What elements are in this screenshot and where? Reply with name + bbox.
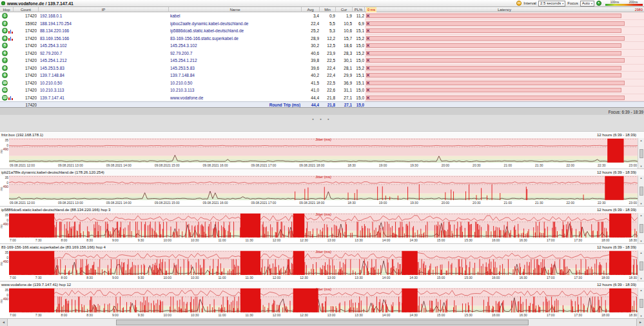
table-row[interactable]: 917420139.7.148.84139.7.148.8440,222,429… bbox=[0, 72, 644, 79]
cell-avg: 44,4 bbox=[302, 94, 319, 102]
x-tick-label: 09.08.2021 12:00 bbox=[10, 200, 35, 206]
latency-cell[interactable]: ✕ bbox=[365, 50, 644, 57]
scroll-up-icon[interactable]: ▲ bbox=[640, 176, 643, 179]
scroll-down-icon[interactable]: ▼ bbox=[640, 277, 643, 280]
x-tick-label: 21:30 bbox=[535, 200, 543, 206]
table-row[interactable]: 817420145.253.5.83145.253.5.8339,622,428… bbox=[0, 65, 644, 72]
graph-scrollbar[interactable]: ▲▼ bbox=[638, 176, 644, 206]
col-latency[interactable]: Latency bbox=[365, 7, 644, 12]
col-avg[interactable]: Avg bbox=[302, 7, 320, 12]
scroll-up-icon[interactable]: ▲ bbox=[640, 214, 643, 217]
focus-select[interactable]: Auto ▾ bbox=[580, 1, 594, 6]
pane-splitter[interactable]: ● ● ● bbox=[0, 115, 644, 131]
col-name[interactable]: Name bbox=[169, 7, 302, 12]
x-tick-label: 11:00 bbox=[218, 238, 226, 243]
latency-cell[interactable]: ✕ bbox=[365, 42, 644, 50]
horizontal-scrollbar[interactable]: ◄ ► bbox=[0, 318, 644, 326]
cell-ip: 192.168.0.1 bbox=[40, 12, 168, 20]
cell-avg: 25,2 bbox=[302, 27, 319, 35]
latency-avg-marker: ✕ bbox=[366, 35, 370, 43]
graph-plot[interactable]: Jitter (ms) bbox=[9, 213, 638, 238]
graph-y-axis: 350490ms bbox=[0, 138, 9, 168]
latency-cell[interactable]: ✕ bbox=[365, 35, 644, 43]
cell-pl: 6,9 bbox=[353, 20, 364, 28]
time-graphs: fritz.box (192.168.178.1)12 hours (6:39 … bbox=[0, 131, 644, 318]
graph-open-icon bbox=[8, 96, 14, 100]
scroll-right-icon[interactable]: ► bbox=[636, 319, 644, 326]
col-cur[interactable]: Cur bbox=[336, 7, 353, 12]
graph-x-axis: 7:007:308:008:309:009:3010:0010:3011:001… bbox=[9, 238, 638, 243]
graph-scrollbar[interactable]: ▲▼ bbox=[638, 213, 644, 243]
scroll-thumb[interactable] bbox=[639, 187, 643, 196]
col-pl[interactable]: PL% bbox=[353, 7, 365, 12]
col-ip[interactable]: IP bbox=[39, 7, 169, 12]
x-tick-label: 14:30 bbox=[409, 275, 418, 281]
cell-ip: 188.194.170.254 bbox=[40, 20, 168, 28]
latency-cell[interactable]: ✕ bbox=[365, 27, 644, 35]
x-tick-label: 16:30 bbox=[519, 275, 527, 281]
latency-cell[interactable]: ✕ bbox=[365, 72, 644, 79]
table-row[interactable]: 111742010.210.3.11310.210.3.11341,022,63… bbox=[0, 87, 644, 94]
col-hop[interactable]: Hop bbox=[0, 7, 14, 12]
graph-scrollbar[interactable]: ▲▼ bbox=[638, 250, 644, 281]
graph-range-label: 12 hours (6:39 - 18:39) bbox=[597, 283, 636, 287]
scroll-down-icon[interactable]: ▼ bbox=[640, 202, 643, 205]
scroll-up-icon[interactable]: ▲ bbox=[640, 139, 643, 142]
scroll-down-icon[interactable]: ▼ bbox=[640, 314, 643, 318]
x-tick-label: 11:00 bbox=[218, 275, 226, 281]
table-row[interactable]: 101742010.210.0.5010.210.0.5041,522,536,… bbox=[0, 79, 644, 87]
scroll-thumb[interactable] bbox=[116, 320, 529, 325]
table-row[interactable]: 61742092.79.200.792.79.200.740,623,928,3… bbox=[0, 50, 644, 57]
latency-cell[interactable]: ✕ bbox=[365, 20, 644, 28]
x-tick-label: 16:30 bbox=[519, 238, 527, 243]
graph-title: www.vodafone.de (139.7.147.41) hop 12 bbox=[1, 283, 71, 287]
cell-cur: 1,9 bbox=[336, 12, 352, 20]
graph-scrollbar[interactable]: ▲▼ bbox=[638, 138, 644, 168]
latency-cell[interactable]: ✕ bbox=[365, 65, 644, 72]
y-latency-max-label: 490 bbox=[3, 297, 8, 301]
scroll-up-icon[interactable]: ▲ bbox=[640, 289, 643, 292]
x-tick-label: 22:30 bbox=[598, 200, 606, 206]
cell-ip: 139.7.147.41 bbox=[40, 94, 168, 102]
x-tick-label: 11:30 bbox=[246, 238, 253, 243]
cell-name: 145.254.1.212 bbox=[170, 57, 300, 65]
hop-number-badge: 8 bbox=[2, 65, 8, 71]
latency-cell[interactable]: ✕ bbox=[365, 57, 644, 65]
scroll-thumb[interactable] bbox=[639, 224, 643, 233]
cell-cur: 28,3 bbox=[336, 50, 352, 57]
scroll-down-icon[interactable]: ▼ bbox=[640, 165, 643, 168]
table-row[interactable]: 1217420139.7.147.41www.vodafone.de44,421… bbox=[0, 94, 644, 102]
table-row[interactable]: 41742083.169.156.16683-169-156-166.stati… bbox=[0, 35, 644, 43]
resume-button[interactable]: ▶ bbox=[596, 1, 601, 6]
x-tick-label: 09.08.2021 16:00 bbox=[203, 163, 228, 168]
graph-plot[interactable]: Jitter (ms) bbox=[9, 176, 638, 200]
table-row[interactable]: 717420145.254.1.212145.254.1.21239,822,5… bbox=[0, 57, 644, 65]
col-count[interactable]: Count bbox=[14, 7, 39, 12]
graph-scrollbar[interactable]: ▲▼ bbox=[638, 288, 644, 318]
latency-range-bar bbox=[366, 66, 621, 70]
graph-plot[interactable]: Jitter (ms) bbox=[9, 250, 638, 275]
scroll-up-icon[interactable]: ▲ bbox=[640, 251, 643, 254]
pause-button[interactable]: ❚❚ bbox=[516, 1, 522, 6]
latency-cell[interactable]: ✕ bbox=[365, 79, 644, 87]
latency-cell[interactable]: ✕ bbox=[365, 12, 644, 20]
latency-cell[interactable]: ✕ bbox=[365, 94, 644, 102]
interval-select[interactable]: 2.5 seconds ▾ bbox=[538, 1, 565, 6]
table-row[interactable]: 215902188.194.170.254ipboc2aafe.dynamic.… bbox=[0, 20, 644, 28]
x-tick-label: 10:00 bbox=[163, 275, 171, 281]
scroll-left-icon[interactable]: ◄ bbox=[0, 319, 8, 326]
scroll-thumb[interactable] bbox=[639, 299, 643, 308]
scroll-thumb[interactable] bbox=[639, 261, 643, 270]
latency-cell[interactable]: ✕ bbox=[365, 87, 644, 94]
col-min[interactable]: Min bbox=[320, 7, 336, 12]
x-tick-label: 9:30 bbox=[138, 312, 144, 318]
graph-plot[interactable]: Jitter (ms) bbox=[9, 288, 638, 312]
scroll-thumb[interactable] bbox=[639, 149, 643, 158]
splitter-handle-icon[interactable]: ● ● ● bbox=[312, 117, 332, 121]
table-row[interactable]: 117420192.168.0.1kabel3,40,91,911,2✕ bbox=[0, 12, 644, 20]
table-row[interactable]: 517420145.254.3.102145.254.3.10230,212,5… bbox=[0, 42, 644, 50]
graph-x-axis: 7:007:308:008:309:009:3010:0010:3011:001… bbox=[9, 275, 638, 281]
table-row[interactable]: 31742088.134.220.166ip5886dca6.static.ka… bbox=[0, 27, 644, 35]
graph-plot[interactable]: Jitter (ms) bbox=[9, 138, 638, 163]
scroll-down-icon[interactable]: ▼ bbox=[640, 239, 643, 243]
